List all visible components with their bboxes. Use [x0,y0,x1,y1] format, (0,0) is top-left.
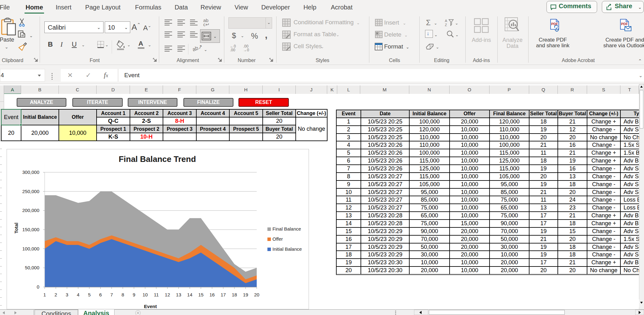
svg-text:7: 7 [110,292,113,297]
svg-text:17: 17 [221,292,226,297]
svg-text:13: 13 [176,292,181,297]
svg-text:8: 8 [121,292,124,297]
svg-text:5: 5 [88,292,91,297]
svg-text:2: 2 [54,292,57,297]
svg-text:150,000: 150,000 [22,227,39,232]
svg-text:16: 16 [210,292,215,297]
svg-text:11: 11 [154,292,159,297]
svg-text:3: 3 [66,292,68,297]
svg-text:9: 9 [133,292,135,297]
svg-text:Final Balance Trend: Final Balance Trend [119,154,196,164]
svg-text:18: 18 [232,292,237,297]
svg-text:14: 14 [187,292,193,297]
svg-text:Final Balance: Final Balance [272,226,301,232]
svg-text:200,000: 200,000 [22,208,39,213]
svg-text:250,000: 250,000 [22,189,39,194]
svg-text:12: 12 [165,292,170,297]
svg-text:6: 6 [99,292,102,297]
svg-text:A: A [445,19,447,23]
svg-text:Initial Balance: Initial Balance [272,246,302,252]
svg-text:50,000: 50,000 [25,265,39,270]
svg-text:20: 20 [254,292,260,297]
svg-text:PDF: PDF [621,22,628,26]
svg-text:1: 1 [43,292,46,297]
svg-text:300,000: 300,000 [22,169,39,175]
svg-text:Z: Z [445,23,447,26]
svg-text:15: 15 [198,292,204,297]
svg-text:Offer: Offer [272,236,283,242]
svg-text:Event: Event [144,304,157,309]
svg-text:4: 4 [77,292,79,297]
svg-text:10: 10 [143,292,148,297]
svg-text:0: 0 [37,284,39,289]
svg-text:100,000: 100,000 [22,246,39,251]
svg-text:Total: Total [14,223,19,234]
svg-text:19: 19 [243,292,248,297]
